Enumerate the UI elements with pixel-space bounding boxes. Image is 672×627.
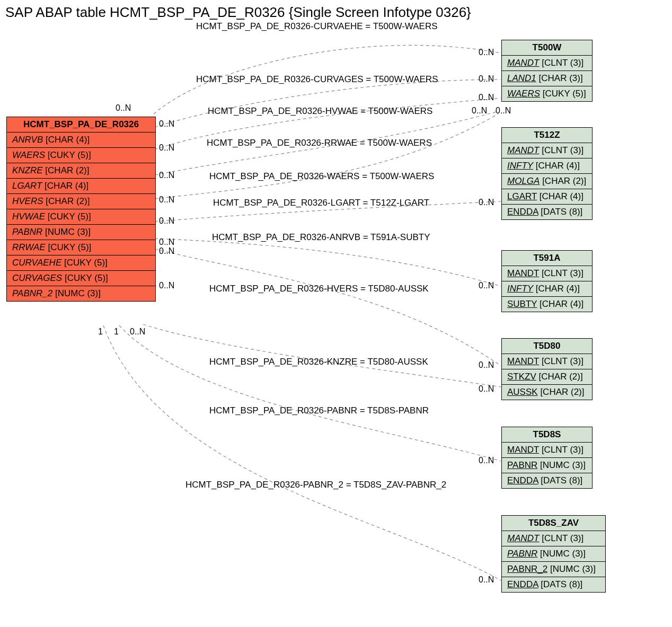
cardinality-label: 0..N xyxy=(479,360,494,370)
field-row: CURVAEHE [CUKY (5)] xyxy=(7,255,155,271)
entity-header: T500W xyxy=(502,40,592,56)
cardinality-label: 0..N xyxy=(479,456,494,465)
cardinality-label: 0..N xyxy=(479,93,494,102)
field-row: MANDT [CLNT (3)] xyxy=(502,143,592,158)
cardinality-label: 0..N xyxy=(159,143,174,153)
field-row: LGART [CHAR (4)] xyxy=(7,179,155,194)
field-row: PABNR [NUMC (3)] xyxy=(7,225,155,240)
entity-header: T5D8S xyxy=(502,427,592,443)
entity-main: HCMT_BSP_PA_DE_R0326 ANRVB [CHAR (4)] WA… xyxy=(6,117,156,302)
field-row: LAND1 [CHAR (3)] xyxy=(502,71,592,86)
entity-t500w: T500W MANDT [CLNT (3)] LAND1 [CHAR (3)] … xyxy=(501,40,593,102)
relation-label: HCMT_BSP_PA_DE_R0326-WAERS = T500W-WAERS xyxy=(209,171,434,182)
field-row: CURVAGES [CUKY (5)] xyxy=(7,271,155,286)
field-row: WAERS [CUKY (5)] xyxy=(7,148,155,163)
field-row: INFTY [CHAR (4)] xyxy=(502,281,592,297)
relation-label: HCMT_BSP_PA_DE_R0326-PABNR_2 = T5D8S_ZAV… xyxy=(185,480,446,490)
field-row: PABNR_2 [NUMC (3)] xyxy=(502,562,605,577)
entity-t5d80: T5D80 MANDT [CLNT (3)] STKZV [CHAR (2)] … xyxy=(501,338,593,400)
entity-t5d8s: T5D8S MANDT [CLNT (3)] PABNR [NUMC (3)] … xyxy=(501,427,593,489)
cardinality-label: 0..N xyxy=(159,281,174,290)
relation-label: HCMT_BSP_PA_DE_R0326-CURVAEHE = T500W-WA… xyxy=(196,21,438,32)
cardinality-label: 0..N xyxy=(479,575,494,585)
field-row: AUSSK [CHAR (2)] xyxy=(502,385,592,400)
field-row: PABNR [NUMC (3)] xyxy=(502,458,592,473)
entity-header: T5D80 xyxy=(502,339,592,354)
entity-t512z: T512Z MANDT [CLNT (3)] INFTY [CHAR (4)] … xyxy=(501,127,593,220)
entity-t5d8s-zav: T5D8S_ZAV MANDT [CLNT (3)] PABNR [NUMC (… xyxy=(501,515,606,593)
field-row: SUBTY [CHAR (4)] xyxy=(502,297,592,312)
field-row: INFTY [CHAR (4)] xyxy=(502,158,592,174)
entity-header: T512Z xyxy=(502,128,592,143)
field-row: PABNR_2 [NUMC (3)] xyxy=(7,286,155,301)
cardinality-label: 0..N xyxy=(479,74,494,84)
field-row: MANDT [CLNT (3)] xyxy=(502,266,592,281)
field-row: STKZV [CHAR (2)] xyxy=(502,369,592,385)
cardinality-label: 0..N xyxy=(479,48,494,57)
cardinality-label: 0..N xyxy=(159,216,174,226)
cardinality-label: 1 xyxy=(98,327,103,337)
field-row: ENDDA [DATS (8)] xyxy=(502,577,605,592)
field-row: ENDDA [DATS (8)] xyxy=(502,473,592,488)
field-row: PABNR [NUMC (3)] xyxy=(502,546,605,562)
cardinality-label: 0..N xyxy=(159,246,174,256)
field-row: MANDT [CLNT (3)] xyxy=(502,56,592,71)
field-row: HVERS [CHAR (2)] xyxy=(7,194,155,209)
cardinality-label: 0..N xyxy=(472,106,487,116)
relation-label: HCMT_BSP_PA_DE_R0326-ANRVB = T591A-SUBTY xyxy=(212,232,430,243)
cardinality-label: 0..N xyxy=(159,237,174,247)
field-row: MOLGA [CHAR (2)] xyxy=(502,174,592,189)
page-title: SAP ABAP table HCMT_BSP_PA_DE_R0326 {Sin… xyxy=(5,4,471,21)
cardinality-label: 1 xyxy=(114,327,119,337)
relation-label: HCMT_BSP_PA_DE_R0326-HVERS = T5D80-AUSSK xyxy=(209,284,429,294)
relation-label: HCMT_BSP_PA_DE_R0326-RRWAE = T500W-WAERS xyxy=(207,138,432,148)
field-row: ENDDA [DATS (8)] xyxy=(502,205,592,219)
field-row: HVWAE [CUKY (5)] xyxy=(7,209,155,225)
relation-label: HCMT_BSP_PA_DE_R0326-KNZRE = T5D80-AUSSK xyxy=(209,357,428,367)
entity-t591a: T591A MANDT [CLNT (3)] INFTY [CHAR (4)] … xyxy=(501,250,593,312)
relation-label: HCMT_BSP_PA_DE_R0326-LGART = T512Z-LGART xyxy=(213,198,429,208)
field-row: KNZRE [CHAR (2)] xyxy=(7,163,155,179)
field-row: LGART [CHAR (4)] xyxy=(502,189,592,205)
cardinality-label: 0..N xyxy=(159,119,174,129)
cardinality-label: 0..N xyxy=(116,103,131,113)
relation-label: HCMT_BSP_PA_DE_R0326-HVWAE = T500W-WAERS xyxy=(208,106,432,117)
relation-label: HCMT_BSP_PA_DE_R0326-CURVAGES = T500W-WA… xyxy=(196,74,438,85)
field-row: WAERS [CUKY (5)] xyxy=(502,86,592,101)
relation-label: HCMT_BSP_PA_DE_R0326-PABNR = T5D8S-PABNR xyxy=(209,405,429,416)
cardinality-label: 0..N xyxy=(159,195,174,205)
entity-main-header: HCMT_BSP_PA_DE_R0326 xyxy=(7,117,155,133)
entity-header: T591A xyxy=(502,251,592,266)
field-row: ANRVB [CHAR (4)] xyxy=(7,133,155,148)
cardinality-label: 0..N xyxy=(130,327,145,337)
cardinality-label: 0..N xyxy=(159,171,174,180)
entity-header: T5D8S_ZAV xyxy=(502,516,605,531)
cardinality-label: 0..N xyxy=(479,384,494,394)
field-row: MANDT [CLNT (3)] xyxy=(502,354,592,369)
field-row: MANDT [CLNT (3)] xyxy=(502,443,592,458)
cardinality-label: 0..N xyxy=(479,198,494,207)
cardinality-label: 0..N xyxy=(496,106,511,116)
cardinality-label: 0..N xyxy=(479,281,494,290)
field-row: MANDT [CLNT (3)] xyxy=(502,531,605,546)
field-row: RRWAE [CUKY (5)] xyxy=(7,240,155,255)
